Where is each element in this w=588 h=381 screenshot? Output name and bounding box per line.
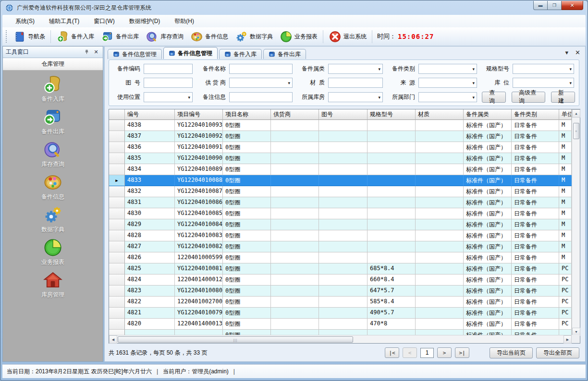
column-header-10[interactable]: 单位 (559, 109, 572, 120)
row-selector-cell[interactable] (109, 286, 125, 297)
department-select[interactable]: ▾ (418, 92, 477, 102)
table-row[interactable]: 482612204010005990型圈标准件（国产）日常备件M (109, 252, 580, 263)
sidebar-item-inventory-query[interactable]: 库存查询 (3, 140, 103, 172)
table-row[interactable]: 482212204010027000型圈585*8.4标准件（国产）日常备件PC (109, 297, 580, 308)
row-selector-cell[interactable] (109, 297, 125, 308)
vertical-scrollbar[interactable]: ▲ ≡ ▼ (572, 109, 580, 336)
table-row[interactable]: 4823YG122040100800型圈647*5.7标准件（国产）日常备件PC (109, 286, 580, 297)
scroll-up-icon[interactable]: ▲ (572, 109, 580, 118)
table-row[interactable]: 482012204014000130型圈470*8标准件（国产）日常备件PC (109, 319, 580, 330)
row-selector-cell[interactable] (109, 230, 125, 241)
new-button[interactable]: 新建 (551, 92, 575, 103)
vertical-scroll-thumb[interactable]: ≡ (573, 123, 579, 139)
title-bar[interactable]: 广州爱奇迪软件科技有限公司-深田之星仓库管理系统 (0, 0, 588, 15)
sidebar-item-data-dict[interactable]: 数据字典 (3, 205, 103, 238)
table-row[interactable]: 4821YG122040100790型圈490*5.7标准件（国产）日常备件PC (109, 308, 580, 319)
toolbar-button-exit-system[interactable]: 退出系统 (325, 29, 370, 45)
chevron-down-icon[interactable]: ▾ (565, 49, 569, 56)
column-header-7[interactable]: 材质 (416, 109, 464, 120)
column-header-8[interactable]: 备件属类 (464, 109, 512, 120)
first-page-button[interactable]: |< (385, 347, 399, 358)
toolbar-button-parts-out[interactable]: 备件出库 (98, 29, 142, 45)
page-number-input[interactable] (420, 348, 434, 358)
row-selector-cell[interactable] (109, 274, 125, 286)
query-button[interactable]: 查询 (482, 92, 506, 103)
prev-page-button[interactable]: < (403, 347, 417, 358)
row-selector-cell[interactable] (109, 308, 125, 319)
table-row[interactable]: 4837YG122040100920型圈标准件（国产）日常备件M (109, 131, 580, 142)
row-selector-cell[interactable] (109, 263, 125, 274)
tab-parts-out[interactable]: 备件出库 (263, 49, 306, 59)
warehouse-select[interactable]: ▾ (328, 92, 383, 102)
use-position-select[interactable]: ▾ (144, 92, 193, 102)
sidebar-item-warehouse-manage[interactable]: 库房管理 (3, 270, 103, 303)
column-header-1[interactable]: 编号 (125, 109, 175, 120)
pin-icon[interactable] (83, 48, 90, 56)
close-icon[interactable]: ✕ (92, 48, 100, 56)
sidebar-item-parts-out[interactable]: 备件出库 (3, 107, 103, 140)
toolbar-button-business-report[interactable]: 业务报表 (276, 29, 321, 45)
row-selector-cell[interactable] (109, 120, 125, 131)
toolbar-button-inventory-query[interactable]: 库存查询 (142, 29, 187, 45)
column-header-3[interactable]: 项目名称 (223, 109, 271, 120)
row-selector-cell[interactable] (109, 186, 125, 197)
menu-item-1[interactable]: 系统(S) (9, 15, 41, 27)
tab-parts-info-manage-b[interactable]: 备件信息管理 (163, 47, 218, 59)
part-category-select[interactable]: ▾ (328, 64, 383, 74)
source-select[interactable]: ▾ (418, 78, 477, 88)
column-header-2[interactable]: 项目编号 (175, 109, 223, 120)
column-header-6[interactable]: 规格型号 (368, 109, 416, 120)
sidebar-item-parts-in[interactable]: 备件入库 (3, 74, 103, 107)
row-selector-cell[interactable] (109, 131, 125, 142)
row-selector-cell[interactable] (109, 153, 125, 164)
supplier-select[interactable]: ▾ (229, 78, 293, 88)
sidebar-group-warehouse[interactable]: 仓库管理 (3, 58, 103, 71)
tab-parts-info-manage-a[interactable]: 备件信息管理 (108, 49, 162, 59)
scroll-right-icon[interactable]: ▶ (564, 335, 572, 344)
location-select[interactable]: ▾ (513, 78, 574, 88)
table-row[interactable]: 4835YG122040100900型圈标准件（国产）日常备件M (109, 153, 580, 164)
menu-item-2[interactable]: 辅助工具(T) (43, 15, 86, 27)
scroll-left-icon[interactable]: ◀ (109, 335, 117, 344)
row-selector-cell[interactable] (109, 252, 125, 263)
minimize-button[interactable]: ▬ (533, 1, 548, 10)
toolbar-button-parts-in[interactable]: 备件入库 (53, 29, 98, 45)
table-row[interactable]: 4836YG122040100910型圈标准件（国产）日常备件M (109, 142, 580, 153)
menu-item-3[interactable]: 窗口(W) (87, 15, 121, 27)
maximize-button[interactable]: ❐ (548, 1, 562, 10)
table-row[interactable]: 4827YG122040100820型圈标准件（国产）日常备件M (109, 241, 580, 252)
row-selector-cell[interactable] (109, 164, 125, 175)
table-row[interactable]: 482412204014000120型圈660*8.4标准件（国产）日常备件PC (109, 274, 580, 286)
table-row[interactable]: ▶4833YG122040100880型圈标准件（国产）日常备件M (109, 175, 580, 186)
table-row[interactable]: 4828YG122040100830型圈标准件（国产）日常备件M (109, 230, 580, 241)
sidebar-item-parts-info[interactable]: 备件信息 (3, 172, 103, 205)
remark-input[interactable] (229, 92, 293, 102)
row-selector-cell[interactable] (109, 319, 125, 330)
horizontal-scroll-thumb[interactable]: ||| (118, 336, 353, 343)
table-row[interactable]: 4838YG122040100930型圈标准件（国产）日常备件M (109, 120, 580, 131)
tab-parts-in[interactable]: 备件入库 (219, 49, 262, 59)
table-row[interactable]: 4830YG122040100850型圈标准件（国产）日常备件M (109, 208, 580, 219)
tab-close-icon[interactable]: ✕ (575, 49, 580, 56)
export-current-page-button[interactable]: 导出当前页 (490, 347, 533, 358)
export-all-pages-button[interactable]: 导出全部页 (536, 347, 579, 358)
table-row[interactable]: 4829YG122040100840型圈标准件（国产）日常备件M (109, 219, 580, 230)
close-button[interactable]: ✕ (562, 1, 583, 10)
advanced-query-button[interactable]: 高级查询 (512, 92, 545, 103)
row-selector-cell[interactable] (109, 241, 125, 252)
column-header-5[interactable]: 图号 (319, 109, 368, 120)
toolbar-grip[interactable] (5, 30, 8, 43)
horizontal-scrollbar[interactable]: ◀ ||| ▶ (109, 335, 572, 343)
table-row[interactable]: 4831YG122040100860型圈标准件（国产）日常备件M (109, 197, 580, 208)
table-row[interactable]: 4834YG122040100890型圈标准件（国产）日常备件M (109, 164, 580, 175)
toolbar-button-parts-info[interactable]: 备件信息 (187, 29, 232, 45)
toolbar-button-navbar[interactable]: 导航条 (10, 29, 49, 45)
row-selector-cell[interactable] (109, 197, 125, 208)
part-name-input[interactable] (229, 64, 293, 74)
part-code-input[interactable] (144, 64, 193, 74)
sidebar-item-business-report[interactable]: 业务报表 (3, 238, 103, 270)
table-row[interactable]: 4825YG122040100810型圈685*8.4标准件（国产）日常备件PC (109, 263, 580, 274)
table-row[interactable]: 4832YG122040100870型圈标准件（国产）日常备件M (109, 186, 580, 197)
row-selector-cell[interactable] (109, 208, 125, 219)
material-input[interactable] (328, 78, 383, 88)
